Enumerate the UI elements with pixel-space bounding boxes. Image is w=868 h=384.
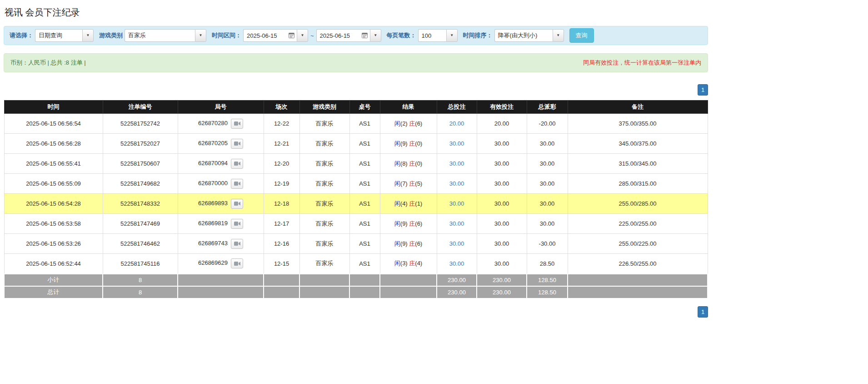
cell-bet-id: 522581745116	[103, 254, 178, 274]
records-table: 时间 注单编号 局号 场次 游戏类别 桌号 结果 总投注 有效投注 总派彩 备注…	[4, 100, 708, 299]
cell-note: 255.00/285.00	[568, 194, 708, 214]
result-player-count: (7)	[400, 180, 408, 187]
cell-game-type: 百家乐	[299, 114, 349, 134]
sort-dropdown-button[interactable]: ▼	[553, 29, 564, 42]
result-banker: 庄	[409, 180, 415, 187]
cell-payout: 30.00	[527, 194, 568, 214]
result-player-count: (3)	[400, 260, 408, 267]
page-size-input[interactable]	[418, 29, 446, 42]
total-row: 总计 8 230.00 230.00 128.50	[4, 286, 708, 298]
game-type-input[interactable]	[125, 29, 195, 42]
result-player-count: (4)	[400, 200, 408, 207]
total-bet-link[interactable]: 30.00	[449, 160, 464, 167]
cell-result: 闲(8) 庄(0)	[380, 154, 437, 174]
summary-bar: 币别：人民币 | 总共 :8 注单 | 同局有效投注，统一计算在该局第一张注单内	[4, 53, 708, 72]
sort-input[interactable]	[494, 29, 553, 42]
cell-result: 闲(9) 庄(6)	[380, 234, 437, 254]
page-size-combobox: ▼	[418, 29, 458, 42]
result-banker-count: (4)	[415, 260, 422, 267]
video-replay-button[interactable]	[231, 159, 243, 169]
search-button[interactable]: 查询	[569, 28, 594, 43]
round-id-text: 626870205	[198, 140, 228, 147]
cell-bet-id: 522581750607	[103, 154, 178, 174]
total-bet-link[interactable]: 30.00	[449, 260, 464, 267]
game-type-combobox: ▼	[125, 29, 206, 42]
date-query-dropdown-button[interactable]: ▼	[82, 29, 94, 42]
table-row: 2025-06-15 06:55:41 522581750607 6268700…	[4, 154, 708, 174]
sort-label: 时间排序：	[463, 31, 493, 40]
cell-valid-bet: 30.00	[477, 214, 527, 234]
result-player: 闲	[394, 140, 400, 147]
cell-bet-id: 522581752742	[103, 114, 178, 134]
date-query-input[interactable]	[35, 29, 82, 42]
subtotal-empty-cell	[264, 274, 299, 286]
result-banker: 庄	[409, 160, 415, 167]
total-payout: 128.50	[527, 286, 568, 298]
page-container: 视讯 会员下注纪录 请选择： ▼ 游戏类别 ▼ 时间区间： ▼ ~	[4, 0, 708, 318]
table-row: 2025-06-15 06:53:26 522581746462 6268697…	[4, 234, 708, 254]
cell-game-type: 百家乐	[299, 154, 349, 174]
calendar-icon	[289, 32, 294, 38]
result-player: 闲	[394, 200, 400, 207]
cell-table-no: AS1	[349, 194, 380, 214]
date-from-dropdown-button[interactable]: ▼	[297, 29, 308, 42]
table-row: 2025-06-15 06:53:58 522581747469 6268698…	[4, 214, 708, 234]
page-size-dropdown-button[interactable]: ▼	[446, 29, 458, 42]
video-replay-button[interactable]	[231, 219, 243, 229]
video-replay-button[interactable]	[231, 119, 243, 129]
cell-table-no: AS1	[349, 234, 380, 254]
cell-note: 255.00/225.00	[568, 234, 708, 254]
cell-session: 12-19	[264, 174, 299, 194]
page-1-button[interactable]: 1	[698, 84, 708, 96]
cell-round-id: 626869819	[178, 214, 264, 234]
cell-note: 226.50/255.00	[568, 254, 708, 274]
total-bet-link[interactable]: 30.00	[449, 220, 464, 227]
chevron-down-icon: ▼	[556, 34, 560, 37]
cell-valid-bet: 30.00	[477, 174, 527, 194]
cell-bet-id: 522581747469	[103, 214, 178, 234]
video-replay-button[interactable]	[231, 179, 243, 189]
round-id-text: 626869819	[198, 220, 228, 227]
subtotal-label: 小计	[4, 274, 103, 286]
header-time: 时间	[4, 101, 103, 114]
pagination-top: 1	[4, 84, 708, 96]
video-replay-button[interactable]	[231, 139, 243, 149]
cell-valid-bet: 30.00	[477, 254, 527, 274]
cell-payout: -30.00	[527, 234, 568, 254]
total-bet-link[interactable]: 30.00	[449, 140, 464, 147]
table-header-row: 时间 注单编号 局号 场次 游戏类别 桌号 结果 总投注 有效投注 总派彩 备注	[4, 101, 708, 114]
date-range-label: 时间区间：	[212, 31, 241, 40]
video-replay-button[interactable]	[231, 239, 243, 249]
date-query-combobox: ▼	[35, 29, 94, 42]
table-row: 2025-06-15 06:56:54 522581752742 6268702…	[4, 114, 708, 134]
header-bet-id: 注单编号	[103, 101, 178, 114]
cell-total-bet: 30.00	[437, 174, 477, 194]
video-replay-button[interactable]	[231, 258, 243, 268]
video-replay-icon	[234, 141, 240, 146]
video-replay-button[interactable]	[231, 199, 243, 209]
result-banker-count: (0)	[415, 140, 422, 147]
cell-valid-bet: 20.00	[477, 114, 527, 134]
video-replay-icon	[234, 261, 240, 266]
subtotal-empty-cell	[380, 274, 437, 286]
total-empty-cell	[349, 286, 380, 298]
table-body: 2025-06-15 06:56:54 522581752742 6268702…	[4, 114, 708, 274]
cell-time: 2025-06-15 06:54:28	[4, 194, 103, 214]
select-label: 请选择：	[10, 31, 33, 40]
result-player-count: (2)	[400, 120, 408, 127]
result-banker: 庄	[409, 220, 415, 227]
summary-notice: 同局有效投注，统一计算在该局第一张注单内	[583, 59, 701, 67]
total-bet-link[interactable]: 20.00	[449, 120, 464, 127]
total-bet-link[interactable]: 30.00	[449, 240, 464, 247]
game-type-dropdown-button[interactable]: ▼	[195, 29, 206, 42]
cell-payout: 30.00	[527, 214, 568, 234]
header-result: 结果	[380, 101, 437, 114]
total-bet-link[interactable]: 30.00	[449, 200, 464, 207]
table-row: 2025-06-15 06:54:28 522581748332 6268698…	[4, 194, 708, 214]
total-bet-link[interactable]: 30.00	[449, 180, 464, 187]
date-to-dropdown-button[interactable]: ▼	[370, 29, 381, 42]
cell-time: 2025-06-15 06:55:41	[4, 154, 103, 174]
total-count: 8	[103, 286, 178, 298]
result-banker-count: (6)	[415, 120, 422, 127]
page-1-button[interactable]: 1	[698, 306, 708, 318]
